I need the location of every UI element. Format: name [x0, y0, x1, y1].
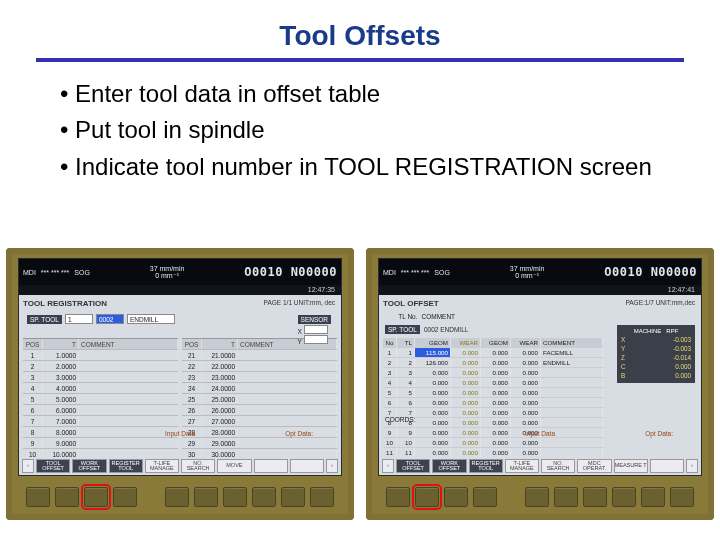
table-row[interactable]: 7 7 0.000 0.000 0.000 0.000: [383, 408, 603, 418]
cell-pos: 26: [182, 405, 202, 415]
table-row[interactable]: 1 1.0000: [23, 350, 178, 361]
table-row[interactable]: 8 8 0.000 0.000 0.000 0.000: [383, 418, 603, 428]
table-row[interactable]: 27 27.0000: [182, 416, 337, 427]
hw-button[interactable]: [641, 487, 665, 507]
cell-geom: 0.000: [415, 438, 451, 447]
table-row[interactable]: 24 24.0000: [182, 383, 337, 394]
hw-button[interactable]: [583, 487, 607, 507]
hw-button[interactable]: [26, 487, 50, 507]
offset-table: No TL GEOM WEAR GEOM WEAR COMMENT 1 1 11…: [383, 338, 603, 468]
cell-rgeom: 0.000: [481, 438, 511, 447]
status-dots: *** *** ***: [41, 269, 69, 276]
sp-tool-field2[interactable]: 0002: [96, 314, 124, 324]
table-row[interactable]: 9 9 0.000 0.000 0.000 0.000: [383, 428, 603, 438]
table-row[interactable]: 1 1 115.000 0.000 0.000 0.000 FACEMILL: [383, 348, 603, 358]
hw-button[interactable]: [612, 487, 636, 507]
cell-wear: 0.000: [451, 428, 481, 437]
sp-tool-comment[interactable]: ENDMILL: [127, 314, 175, 324]
hw-button[interactable]: [55, 487, 79, 507]
table-row[interactable]: 9 9.0000: [23, 438, 178, 449]
softkey-tool-offset[interactable]: TOOL OFFSET: [396, 459, 430, 473]
softkey-prev[interactable]: ‹: [22, 459, 34, 473]
cell-tool: 3.0000: [43, 372, 79, 382]
softkey-search[interactable]: NO. SEARCH: [541, 459, 575, 473]
cell-tool: 2.0000: [43, 361, 79, 371]
cell-wear: 0.000: [451, 418, 481, 427]
cell-wear: 0.000: [451, 348, 481, 357]
softkey-blank[interactable]: [290, 459, 324, 473]
softkey-register-tool[interactable]: REGISTER TOOL: [469, 459, 503, 473]
hw-button[interactable]: [194, 487, 218, 507]
hw-button[interactable]: [113, 487, 137, 507]
hw-button[interactable]: [223, 487, 247, 507]
cell-tl: 3: [397, 368, 415, 377]
table-row[interactable]: 21 21.0000: [182, 350, 337, 361]
sensor-x-val: [304, 325, 328, 334]
hw-button[interactable]: [473, 487, 497, 507]
sp-tool-field1[interactable]: 1: [65, 314, 93, 324]
table-row[interactable]: 26 26.0000: [182, 405, 337, 416]
table-row[interactable]: 25 25.0000: [182, 394, 337, 405]
table-row[interactable]: 5 5.0000: [23, 394, 178, 405]
hardware-buttons: [378, 482, 702, 512]
softkey-work-offset[interactable]: WORK OFFSET: [72, 459, 106, 473]
table-row[interactable]: 3 3 0.000 0.000 0.000 0.000: [383, 368, 603, 378]
table-row[interactable]: 4 4 0.000 0.000 0.000 0.000: [383, 378, 603, 388]
cell-comment: ENDMILL: [541, 358, 603, 367]
table-row[interactable]: 5 5 0.000 0.000 0.000 0.000: [383, 388, 603, 398]
hw-button-highlighted[interactable]: [415, 487, 439, 507]
hw-button[interactable]: [386, 487, 410, 507]
softkey-search[interactable]: NO. SEARCH: [181, 459, 215, 473]
table-row[interactable]: 3 3.0000: [23, 372, 178, 383]
table-row[interactable]: 23 23.0000: [182, 372, 337, 383]
table-row[interactable]: 8 8.0000: [23, 427, 178, 438]
bullet-item: Enter tool data in offset table: [60, 78, 680, 110]
cell-wear: 0.000: [451, 448, 481, 457]
hw-button[interactable]: [444, 487, 468, 507]
hw-button[interactable]: [554, 487, 578, 507]
table-row[interactable]: 7 7.0000: [23, 416, 178, 427]
table-row[interactable]: 6 6 0.000 0.000 0.000 0.000: [383, 398, 603, 408]
hw-button[interactable]: [165, 487, 189, 507]
table-row[interactable]: 4 4.0000: [23, 383, 178, 394]
opt-data-label: Opt Data:: [285, 430, 313, 437]
softkey-work-offset[interactable]: WORK OFFSET: [432, 459, 466, 473]
softkey-next[interactable]: ›: [686, 459, 698, 473]
screenshots-row: MDI *** *** *** SOG 37 mm/min 0 mm⁻¹ O00…: [0, 248, 720, 520]
cell-tool: 9.0000: [43, 438, 79, 448]
cell-tool: 27.0000: [202, 416, 238, 426]
table-row[interactable]: 28 28.0000: [182, 427, 337, 438]
softkey-tlife[interactable]: T-LIFE MANAGE: [145, 459, 179, 473]
table-row[interactable]: 6 6.0000: [23, 405, 178, 416]
softkey-register-tool[interactable]: REGISTER TOOL: [109, 459, 143, 473]
hw-button[interactable]: [252, 487, 276, 507]
hw-button[interactable]: [525, 487, 549, 507]
col-tl: TL: [397, 338, 415, 347]
cell-comment: [541, 438, 603, 447]
cell-comment: [238, 383, 337, 393]
table-row[interactable]: 2 2.0000: [23, 361, 178, 372]
hw-button[interactable]: [281, 487, 305, 507]
softkey-tlife[interactable]: T-LIFE MANAGE: [505, 459, 539, 473]
col-geom: GEOM: [415, 338, 451, 347]
table-row[interactable]: 2 2 126.000 0.000 0.000 0.000 ENDMILL: [383, 358, 603, 368]
table-row[interactable]: 29 29.0000: [182, 438, 337, 449]
softkey-prev[interactable]: ‹: [382, 459, 394, 473]
softkey-measure[interactable]: MEASURE T: [614, 459, 648, 473]
sensor-box: SENSOR X Y: [298, 315, 331, 345]
softkey-mdc[interactable]: MDC OPERAT.: [577, 459, 611, 473]
hw-button[interactable]: [310, 487, 334, 507]
cell-tool: 1.0000: [43, 350, 79, 360]
cell-rgeom: 0.000: [481, 388, 511, 397]
table-row[interactable]: 22 22.0000: [182, 361, 337, 372]
softkey-blank[interactable]: [650, 459, 684, 473]
hw-button[interactable]: [670, 487, 694, 507]
softkey-blank[interactable]: [254, 459, 288, 473]
cell-rgeom: 0.000: [481, 368, 511, 377]
hw-button-highlighted[interactable]: [84, 487, 108, 507]
softkey-next[interactable]: ›: [326, 459, 338, 473]
softkey-move[interactable]: MOVE: [217, 459, 251, 473]
softkey-tool-offset[interactable]: TOOL OFFSET: [36, 459, 70, 473]
table-row[interactable]: 10 10 0.000 0.000 0.000 0.000: [383, 438, 603, 448]
cell-comment: [541, 388, 603, 397]
